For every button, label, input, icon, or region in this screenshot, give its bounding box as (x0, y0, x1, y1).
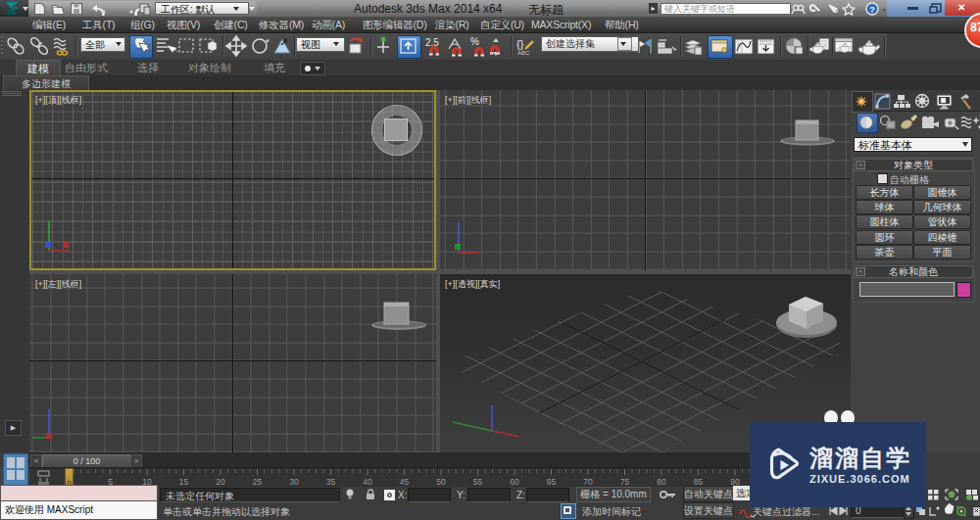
svg-text:ABC: ABC (517, 50, 530, 56)
svg-text:60: 60 (510, 477, 519, 487)
svg-text:45: 45 (400, 477, 410, 487)
svg-text:35: 35 (326, 477, 336, 487)
svg-text:70: 70 (583, 477, 593, 487)
svg-text:65: 65 (547, 477, 557, 487)
svg-text:30: 30 (289, 477, 299, 487)
svg-text:25: 25 (253, 477, 263, 487)
svg-text:{}: {} (516, 38, 524, 50)
svg-text:80: 80 (657, 477, 666, 487)
svg-text:15: 15 (179, 477, 189, 487)
svg-text:55: 55 (473, 477, 483, 487)
svg-text:40: 40 (363, 477, 372, 487)
svg-text:%: % (470, 36, 479, 47)
svg-text:50: 50 (436, 477, 446, 487)
svg-text:75: 75 (620, 477, 630, 487)
svg-text:?: ? (869, 5, 875, 15)
svg-text:20: 20 (216, 477, 225, 487)
